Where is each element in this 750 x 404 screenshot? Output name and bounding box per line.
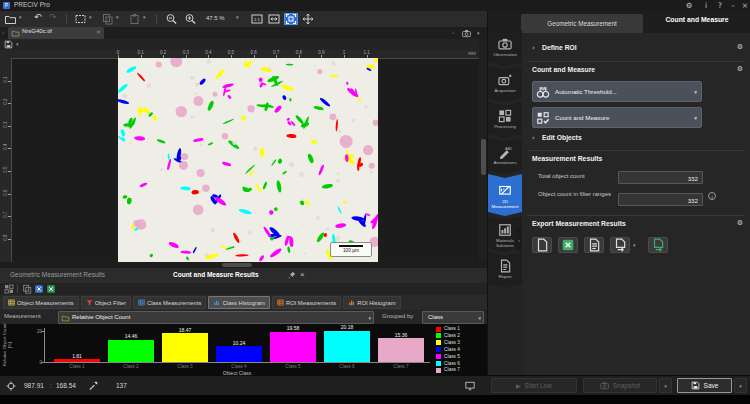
histogram-bar[interactable] [324, 331, 370, 362]
viewer-vertical-scrollbar[interactable] [479, 39, 487, 262]
sidebar-item-report[interactable]: Report [488, 252, 522, 288]
minimize-button[interactable]: – [727, 0, 739, 11]
tab-scroll-left-icon[interactable]: ‹ [2, 29, 4, 36]
export-file-button[interactable] [610, 237, 630, 253]
panel-collapse-arrow[interactable]: › [516, 229, 522, 251]
count-and-measure-button[interactable]: Count and Measure ▾ [532, 107, 702, 128]
count-and-measure-settings-icon[interactable]: ⚙ [737, 65, 743, 73]
image-tab-close-icon[interactable]: × [96, 28, 101, 35]
image-document-tab[interactable]: NrsG40c.tif × [8, 27, 104, 39]
sidebar-item-annotations[interactable]: ABCAnnotations [488, 138, 522, 174]
tab-count-and-measure-results[interactable]: Count and Measure Results [173, 271, 259, 278]
edit-objects-section[interactable]: Edit Objects [542, 134, 582, 141]
export-sheet-blue-icon[interactable] [34, 284, 44, 294]
vertical-scroll-thumb[interactable] [481, 139, 486, 175]
histogram-bar[interactable] [270, 332, 316, 362]
settings-gear-icon[interactable]: ⚙ [683, 0, 695, 11]
define-roi-chevron-icon[interactable]: › [532, 44, 535, 52]
zoom-level-value[interactable]: 47.5 % [206, 15, 225, 21]
sidebar-item-acquisition[interactable]: Acquisition [488, 66, 522, 102]
view-tab-roi-histogram[interactable]: ROI Histogram [343, 296, 400, 309]
total-object-count-field[interactable]: 332 [618, 171, 703, 184]
actual-size-button[interactable]: 1:1 [250, 13, 264, 25]
select-options-chevron-icon[interactable]: ▾ [89, 14, 92, 20]
save-image-chevron-icon[interactable]: ▾ [16, 41, 19, 47]
export-settings-icon[interactable]: ⚙ [737, 219, 743, 227]
toolbar-separator [17, 284, 18, 293]
measurement-dropdown[interactable]: Relative Object Count ▾ [58, 311, 374, 324]
layout-icon[interactable] [4, 284, 14, 294]
sidebar-item-label: Processing [489, 124, 521, 129]
start-live-button[interactable]: ▶ Start Live [491, 378, 577, 393]
paste-options-chevron-icon[interactable]: ▾ [143, 14, 146, 20]
filter-count-info-icon[interactable]: i [708, 192, 716, 200]
undo-button[interactable]: ↶ [34, 12, 42, 22]
horizontal-scroll-thumb[interactable] [222, 263, 252, 267]
zoom-in-icon[interactable] [184, 13, 197, 25]
copy-options-chevron-icon[interactable]: ▾ [116, 14, 119, 20]
view-options-chevron-icon[interactable]: ▾ [477, 30, 480, 36]
zoom-out-icon[interactable] [165, 13, 178, 25]
copy-results-icon[interactable] [22, 284, 32, 294]
export-sheet-green-icon[interactable] [46, 284, 56, 294]
histogram-bar[interactable] [162, 333, 208, 362]
zoom-level-chevron-icon[interactable]: ▾ [236, 14, 239, 20]
histogram-bar[interactable] [108, 340, 154, 362]
sidebar-item-processing[interactable]: Processing [488, 102, 522, 138]
define-roi-settings-icon[interactable]: ⚙ [737, 43, 743, 51]
export-file-chevron-icon[interactable]: ▾ [633, 242, 636, 248]
pan-mode-button[interactable] [301, 13, 315, 25]
view-tab-object-measurements[interactable]: Object Measurements [3, 296, 79, 309]
view-tab-label: Object Measurements [17, 300, 74, 306]
view-tab-label: Class Measurements [147, 300, 201, 306]
edit-objects-chevron-icon[interactable]: › [532, 134, 535, 142]
define-roi-section[interactable]: Define ROI [542, 44, 577, 51]
snapshot-button[interactable]: Snapshot [583, 378, 657, 393]
export-excel-button[interactable] [558, 237, 578, 253]
view-tab-object-filter[interactable]: Object Filter [81, 296, 131, 309]
view-tab-roi-measurements[interactable]: ROI Measurements [272, 296, 341, 309]
export-csv-button[interactable] [532, 237, 552, 253]
open-options-chevron-icon[interactable]: ▾ [19, 14, 22, 20]
display-icon[interactable] [464, 381, 476, 391]
fit-width-button[interactable] [267, 13, 281, 25]
bar-value-label: 15.36 [374, 332, 428, 338]
copy-button[interactable] [101, 13, 114, 25]
workflow-selector-tab[interactable]: Geometric Measurement [521, 14, 643, 33]
export-open-button[interactable] [648, 237, 668, 253]
tab-geometric-measurement-results[interactable]: Geometric Measurement Results [10, 271, 105, 278]
close-results-tab-icon[interactable]: × [300, 270, 305, 279]
help-icon[interactable]: ? [714, 0, 726, 11]
fit-to-screen-button[interactable] [284, 13, 298, 25]
histogram-bar[interactable] [378, 338, 424, 362]
histogram-bar[interactable] [216, 346, 262, 362]
automatic-threshold-button[interactable]: Automatic Threshold... ▾ [532, 81, 702, 102]
specimen-image[interactable]: 100 µm [118, 58, 378, 262]
tab-scroll-right-icon[interactable]: › [452, 29, 454, 36]
live-view-icon[interactable] [461, 29, 472, 38]
save-image-icon[interactable] [4, 40, 13, 49]
view-tab-class-histogram[interactable]: Class Histogram [208, 296, 270, 309]
sidebar-item-2d-measurement[interactable]: 2D Measurement [488, 174, 522, 216]
sidebar-item-label: Report [489, 274, 521, 279]
redo-button[interactable]: ↷ [49, 12, 57, 22]
threshold-chevron-icon[interactable]: ▾ [694, 89, 697, 95]
close-button[interactable]: × [739, 0, 750, 11]
save-options-chevron[interactable]: ▾ [734, 378, 747, 393]
count-chevron-icon[interactable]: ▾ [694, 115, 697, 121]
view-tab-class-measurements[interactable]: Class Measurements [133, 296, 206, 309]
pin-panel-icon[interactable] [288, 271, 296, 279]
select-tool-button[interactable] [74, 13, 87, 25]
open-image-button[interactable] [4, 13, 17, 25]
ruler-unit-label: mm [466, 51, 478, 56]
sidebar-item-observation[interactable]: Observation [488, 30, 522, 66]
filter-count-field[interactable]: 332 [618, 193, 703, 206]
v-ruler-tick [8, 171, 11, 172]
grouped-by-dropdown[interactable]: Class ▾ [422, 311, 484, 324]
save-button[interactable]: Save [677, 378, 732, 393]
export-txt-button[interactable] [584, 237, 604, 253]
paste-button[interactable] [128, 13, 141, 25]
snapshot-options-chevron[interactable]: ▾ [659, 378, 672, 393]
histogram-bar[interactable] [54, 359, 100, 362]
info-icon[interactable]: i [700, 0, 712, 11]
